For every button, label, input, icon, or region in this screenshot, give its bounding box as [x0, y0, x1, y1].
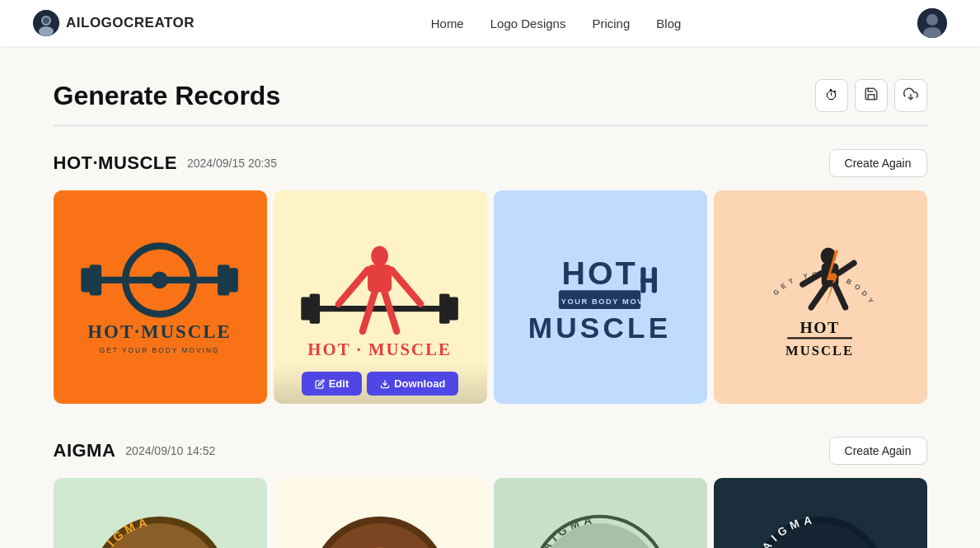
- svg-text:HOT: HOT: [800, 318, 840, 336]
- header-divider: [54, 125, 927, 126]
- svg-text:MUSCLE: MUSCLE: [528, 311, 672, 344]
- nav-links: Home Logo Designs Pricing Blog: [431, 16, 682, 30]
- record-name-aigma: AIGMA: [54, 440, 116, 461]
- logo-card-hm1[interactable]: HOT·MUSCLE GET YOUR BODY MOVING: [54, 190, 267, 404]
- record-title-row: HOT·MUSCLE 2024/09/15 20:35: [54, 152, 277, 174]
- svg-text:GET YOUR BODY MOVING: GET YOUR BODY MOVING: [100, 347, 220, 354]
- page-header: Generate Records ⏱: [54, 79, 927, 112]
- record-header-aigma: AIGMA 2024/09/10 14:52 Create Again: [54, 437, 927, 465]
- svg-rect-23: [368, 265, 392, 292]
- page-title: Generate Records: [54, 81, 281, 111]
- logo-grid-aigma: AIGMA: [54, 478, 927, 548]
- card-overlay-hm2: Edit Download: [274, 363, 487, 404]
- svg-point-5: [926, 14, 938, 26]
- record-date-hot-muscle: 2024/09/15 20:35: [187, 157, 277, 170]
- save-icon: [864, 87, 879, 105]
- edit-label: Edit: [329, 377, 349, 390]
- svg-point-3: [43, 17, 49, 24]
- user-avatar[interactable]: [917, 8, 947, 38]
- svg-text:HOT: HOT: [562, 255, 638, 291]
- svg-rect-11: [90, 265, 102, 295]
- svg-text:GET YOUR BODY MOVING: GET YOUR BODY MOVING: [538, 297, 661, 306]
- svg-point-2: [39, 26, 54, 36]
- logo-visual-ag1: AIGMA: [54, 478, 267, 548]
- logo-card-ag1[interactable]: AIGMA: [54, 478, 267, 548]
- nav-blog[interactable]: Blog: [656, 16, 681, 30]
- svg-line-24: [339, 269, 368, 303]
- header-actions: ⏱: [815, 79, 927, 112]
- clock-button[interactable]: ⏱: [815, 79, 848, 112]
- save-button[interactable]: [855, 79, 888, 112]
- logo-card-hm3[interactable]: HOT GET YOUR BODY MOVING MUSCLE: [494, 190, 707, 404]
- record-section-hot-muscle: HOT·MUSCLE 2024/09/15 20:35 Create Again: [54, 149, 927, 404]
- svg-point-22: [372, 246, 389, 266]
- download-icon: [903, 87, 918, 105]
- logo-card-ag4[interactable]: AIGMA: [714, 478, 927, 548]
- svg-rect-13: [218, 265, 230, 295]
- logo-visual-ag3: AIGMA: [494, 478, 707, 548]
- download-label: Download: [394, 377, 445, 390]
- create-again-hot-muscle[interactable]: Create Again: [829, 149, 927, 177]
- svg-text:GET YOUR BODY MOVING: GET YOUR BODY MOVING: [734, 212, 877, 308]
- svg-line-44: [836, 285, 846, 307]
- record-section-aigma: AIGMA 2024/09/10 14:52 Create Again: [54, 437, 927, 548]
- svg-line-43: [812, 285, 828, 307]
- download-all-button[interactable]: [894, 79, 927, 112]
- svg-text:HOT · MUSCLE: HOT · MUSCLE: [308, 340, 452, 358]
- svg-rect-14: [228, 268, 238, 292]
- svg-text:HOT·MUSCLE: HOT·MUSCLE: [88, 321, 232, 342]
- logo-visual-hm3: HOT GET YOUR BODY MOVING MUSCLE: [494, 190, 707, 404]
- clock-icon: ⏱: [825, 88, 838, 103]
- nav-pricing[interactable]: Pricing: [592, 16, 630, 30]
- svg-line-25: [392, 269, 421, 303]
- download-button-hm2[interactable]: Download: [367, 372, 458, 396]
- main-content: Generate Records ⏱: [37, 46, 944, 548]
- logo-card-hm2[interactable]: HOT · MUSCLE Edit Download: [274, 190, 487, 404]
- svg-text:MUSCLE: MUSCLE: [785, 343, 854, 358]
- logo-visual-hm1: HOT·MUSCLE GET YOUR BODY MOVING: [54, 190, 267, 404]
- svg-rect-19: [302, 297, 312, 321]
- svg-line-42: [839, 263, 855, 273]
- svg-rect-12: [82, 268, 91, 292]
- record-title-row-aigma: AIGMA 2024/09/10 14:52: [54, 440, 216, 461]
- logo-card-ag3[interactable]: AIGMA: [494, 478, 707, 548]
- svg-rect-33: [641, 279, 658, 283]
- logo-card-ag2[interactable]: AIGMA: [274, 478, 487, 548]
- record-date-aigma: 2024/09/10 14:52: [125, 444, 215, 457]
- nav-home[interactable]: Home: [431, 16, 464, 30]
- edit-button-hm2[interactable]: Edit: [302, 372, 363, 396]
- svg-rect-46: [788, 337, 853, 339]
- svg-rect-17: [312, 306, 448, 311]
- record-name-hot-muscle: HOT·MUSCLE: [54, 152, 177, 174]
- nav-logo-designs[interactable]: Logo Designs: [490, 16, 566, 30]
- svg-rect-21: [448, 297, 458, 321]
- logo-visual-ag4: AIGMA: [714, 478, 927, 548]
- brand-logo-icon: [33, 10, 59, 36]
- logo-visual-hm4: GET YOUR BODY MOVING: [714, 190, 927, 404]
- navbar: AILOGOCREATOR Home Logo Designs Pricing …: [0, 0, 980, 46]
- logo-card-hm4[interactable]: GET YOUR BODY MOVING: [714, 190, 927, 404]
- brand-name: AILOGOCREATOR: [66, 15, 195, 31]
- logo-visual-ag2: AIGMA: [274, 478, 487, 548]
- record-header-hot-muscle: HOT·MUSCLE 2024/09/15 20:35 Create Again: [54, 149, 927, 177]
- brand[interactable]: AILOGOCREATOR: [33, 10, 195, 36]
- create-again-aigma[interactable]: Create Again: [829, 437, 927, 465]
- logo-grid-hot-muscle: HOT·MUSCLE GET YOUR BODY MOVING: [54, 190, 927, 404]
- svg-rect-10: [91, 277, 228, 283]
